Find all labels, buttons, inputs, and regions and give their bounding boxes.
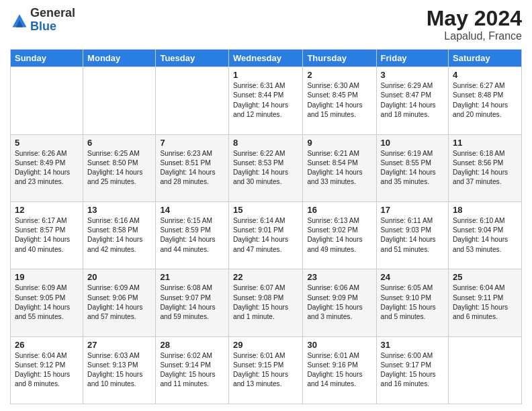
cell-line: Sunrise: 6:04 AM [453, 284, 505, 291]
table-row: 14Sunrise: 6:15 AMSunset: 8:59 PMDayligh… [156, 201, 229, 269]
cell-content: Sunrise: 6:14 AMSunset: 9:01 PMDaylight:… [233, 216, 298, 255]
cell-content: Sunrise: 6:30 AMSunset: 8:45 PMDaylight:… [307, 81, 371, 120]
cell-line: Daylight: 15 hours and 11 minutes. [160, 371, 215, 387]
cell-line: Daylight: 14 hours and 55 minutes. [15, 304, 70, 320]
cell-content: Sunrise: 6:21 AMSunset: 8:54 PMDaylight:… [307, 149, 371, 187]
table-row: 27Sunrise: 6:03 AMSunset: 9:13 PMDayligh… [83, 336, 156, 404]
cell-line: Sunset: 9:03 PM [381, 226, 431, 234]
cell-line: Sunrise: 6:19 AM [381, 150, 433, 157]
table-row: 19Sunrise: 6:09 AMSunset: 9:05 PMDayligh… [11, 269, 83, 336]
col-tuesday: Tuesday [156, 50, 229, 67]
cell-line: Sunset: 8:50 PM [87, 159, 138, 167]
cell-line: Sunset: 9:01 PM [233, 226, 283, 234]
day-number: 21 [160, 272, 224, 282]
cell-line: Sunrise: 6:31 AM [233, 82, 285, 89]
logo-text: General Blue [30, 7, 75, 34]
cell-line: Sunrise: 6:05 AM [381, 284, 433, 291]
title-block: May 2024 Lapalud, France [427, 7, 522, 42]
cell-line: Sunset: 8:51 PM [160, 159, 210, 167]
cell-line: Sunrise: 6:26 AM [15, 150, 67, 157]
day-number: 18 [453, 205, 517, 215]
table-row: 11Sunrise: 6:18 AMSunset: 8:56 PMDayligh… [449, 134, 522, 201]
cell-content: Sunrise: 6:10 AMSunset: 9:04 PMDaylight:… [453, 216, 517, 255]
cell-line: Sunrise: 6:04 AM [15, 352, 67, 359]
table-row: 21Sunrise: 6:08 AMSunset: 9:07 PMDayligh… [156, 269, 229, 336]
table-row: 4Sunrise: 6:27 AMSunset: 8:48 PMDaylight… [449, 67, 522, 134]
cell-line: Sunrise: 6:27 AM [453, 82, 505, 89]
table-row: 3Sunrise: 6:29 AMSunset: 8:47 PMDaylight… [376, 67, 448, 134]
table-row: 5Sunrise: 6:26 AMSunset: 8:49 PMDaylight… [11, 134, 83, 201]
col-sunday: Sunday [11, 50, 83, 67]
cell-line: Sunrise: 6:18 AM [453, 150, 505, 157]
table-row [156, 67, 229, 134]
table-row: 13Sunrise: 6:16 AMSunset: 8:58 PMDayligh… [83, 201, 156, 269]
table-row: 15Sunrise: 6:14 AMSunset: 9:01 PMDayligh… [228, 201, 302, 269]
cell-line: Sunset: 9:07 PM [160, 294, 210, 302]
cell-line: Sunrise: 6:30 AM [307, 82, 359, 89]
table-row: 10Sunrise: 6:19 AMSunset: 8:55 PMDayligh… [376, 134, 448, 201]
cell-content: Sunrise: 6:26 AMSunset: 8:49 PMDaylight:… [15, 149, 79, 187]
cell-line: Sunset: 9:10 PM [381, 294, 431, 302]
cell-content: Sunrise: 6:00 AMSunset: 9:17 PMDaylight:… [381, 351, 444, 390]
cell-line: Sunset: 8:59 PM [160, 226, 210, 234]
cell-content: Sunrise: 6:15 AMSunset: 8:59 PMDaylight:… [160, 216, 224, 255]
cell-line: Sunset: 9:15 PM [233, 361, 283, 369]
cell-content: Sunrise: 6:16 AMSunset: 8:58 PMDaylight:… [87, 216, 151, 255]
cell-content: Sunrise: 6:23 AMSunset: 8:51 PMDaylight:… [160, 149, 224, 187]
logo: General Blue [10, 7, 75, 34]
day-number: 28 [160, 340, 224, 350]
cell-content: Sunrise: 6:31 AMSunset: 8:44 PMDaylight:… [233, 81, 298, 120]
cell-content: Sunrise: 6:08 AMSunset: 9:07 PMDaylight:… [160, 283, 224, 322]
table-row: 9Sunrise: 6:21 AMSunset: 8:54 PMDaylight… [303, 134, 376, 201]
logo-blue-text: Blue [30, 20, 75, 34]
cell-line: Daylight: 14 hours and 30 minutes. [233, 169, 288, 185]
cell-line: Sunset: 9:13 PM [87, 361, 138, 369]
cell-line: Sunset: 9:16 PM [307, 361, 357, 369]
calendar-week-row: 1Sunrise: 6:31 AMSunset: 8:44 PMDaylight… [11, 67, 522, 134]
table-row: 30Sunrise: 6:01 AMSunset: 9:16 PMDayligh… [303, 336, 376, 404]
cell-line: Daylight: 14 hours and 12 minutes. [233, 101, 288, 118]
day-number: 12 [15, 205, 79, 215]
day-number: 8 [233, 138, 298, 148]
cell-line: Sunset: 9:12 PM [15, 361, 65, 369]
day-number: 26 [15, 340, 79, 350]
cell-line: Daylight: 14 hours and 42 minutes. [87, 236, 142, 253]
cell-line: Sunrise: 6:01 AM [307, 352, 359, 359]
table-row: 20Sunrise: 6:09 AMSunset: 9:06 PMDayligh… [83, 269, 156, 336]
month-title: May 2024 [427, 7, 522, 30]
cell-line: Sunrise: 6:23 AM [160, 150, 212, 157]
col-wednesday: Wednesday [228, 50, 302, 67]
day-number: 23 [307, 272, 371, 282]
day-number: 29 [233, 340, 298, 350]
cell-line: Daylight: 14 hours and 40 minutes. [15, 236, 70, 253]
col-monday: Monday [83, 50, 156, 67]
day-number: 15 [233, 205, 298, 215]
cell-line: Sunrise: 6:14 AM [233, 217, 285, 224]
cell-content: Sunrise: 6:02 AMSunset: 9:14 PMDaylight:… [160, 351, 224, 390]
cell-content: Sunrise: 6:03 AMSunset: 9:13 PMDaylight:… [87, 351, 151, 390]
cell-content: Sunrise: 6:09 AMSunset: 9:05 PMDaylight:… [15, 283, 79, 322]
cell-line: Sunset: 8:55 PM [381, 159, 431, 167]
cell-line: Daylight: 15 hours and 3 minutes. [307, 304, 362, 320]
table-row: 25Sunrise: 6:04 AMSunset: 9:11 PMDayligh… [449, 269, 522, 336]
table-row [83, 67, 156, 134]
table-row: 23Sunrise: 6:06 AMSunset: 9:09 PMDayligh… [303, 269, 376, 336]
cell-line: Sunset: 8:56 PM [453, 159, 503, 167]
table-row: 17Sunrise: 6:11 AMSunset: 9:03 PMDayligh… [376, 201, 448, 269]
calendar-week-row: 19Sunrise: 6:09 AMSunset: 9:05 PMDayligh… [11, 269, 522, 336]
cell-line: Sunrise: 6:29 AM [381, 82, 433, 89]
cell-line: Daylight: 14 hours and 47 minutes. [233, 236, 288, 253]
cell-line: Sunrise: 6:22 AM [233, 150, 285, 157]
cell-line: Sunset: 8:57 PM [15, 226, 65, 234]
table-row [11, 67, 83, 134]
calendar-week-row: 12Sunrise: 6:17 AMSunset: 8:57 PMDayligh… [11, 201, 522, 269]
cell-line: Daylight: 15 hours and 6 minutes. [453, 304, 508, 320]
cell-line: Sunrise: 6:09 AM [87, 284, 140, 291]
cell-content: Sunrise: 6:29 AMSunset: 8:47 PMDaylight:… [381, 81, 444, 120]
cell-line: Daylight: 14 hours and 51 minutes. [381, 236, 436, 253]
cell-line: Sunset: 9:02 PM [307, 226, 357, 234]
logo-icon [10, 11, 29, 30]
cell-line: Daylight: 15 hours and 1 minute. [233, 304, 288, 320]
day-number: 14 [160, 205, 224, 215]
cell-line: Sunrise: 6:01 AM [233, 352, 285, 359]
